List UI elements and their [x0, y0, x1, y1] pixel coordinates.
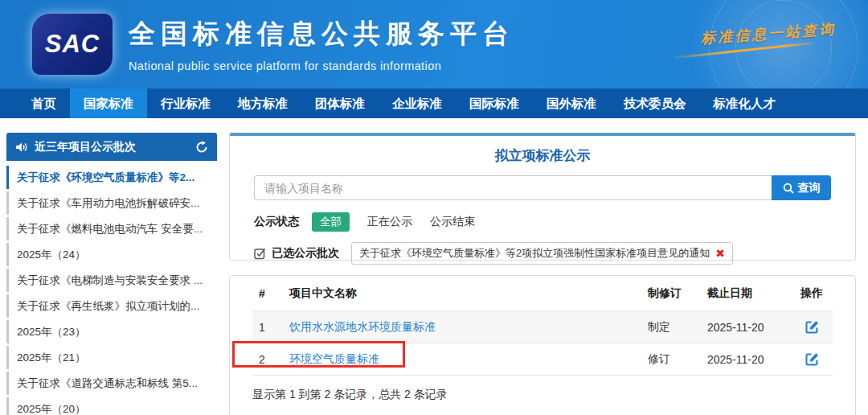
search-group: 查询 — [254, 175, 831, 200]
sidebar-item[interactable]: 关于征求《环境空气质量标准》等2... — [6, 166, 217, 189]
sidebar-item[interactable]: 2025年（23） — [6, 320, 217, 343]
selected-batch-row: 已选公示批次 关于征求《环境空气质量标准》等2项拟立项强制性国家标准项目意见的通… — [254, 242, 831, 265]
selected-batch-label: 已选公示批次 — [272, 246, 339, 261]
edit-icon[interactable] — [805, 319, 820, 335]
sidebar-item[interactable]: 2025年（20） — [6, 397, 217, 415]
nav-item-local-standards[interactable]: 地方标准 — [224, 88, 301, 118]
edit-icon[interactable] — [805, 351, 820, 367]
sidebar-batch-list: 近三年项目公示批次 关于征求《环境空气质量标准》等2... 关于征求《车用动力电… — [6, 133, 217, 415]
column-header-index: # — [252, 276, 283, 311]
results-panel: # 项目中文名称 制修订 截止日期 操作 1 饮用水水源地水环境质量标准 制定 … — [229, 275, 856, 415]
column-header-type: 制修订 — [641, 276, 701, 311]
row-type: 制定 — [641, 311, 701, 343]
table-header-row: # 项目中文名称 制修订 截止日期 操作 — [252, 276, 833, 311]
record-count-summary: 显示第 1 到第 2 条记录，总共 2 条记录 — [252, 376, 833, 414]
row-index: 1 — [252, 311, 283, 343]
sidebar-item[interactable]: 2025年（21） — [6, 346, 217, 369]
sac-logo: SAC — [32, 14, 113, 75]
search-input[interactable] — [254, 175, 772, 200]
header-titles: 全国标准信息公共服务平台 National public service pla… — [129, 16, 514, 72]
row-type: 修订 — [641, 343, 701, 376]
row-deadline: 2025-11-20 — [701, 311, 791, 343]
site-subtitle: National public service platform for sta… — [129, 60, 514, 72]
page: SAC 全国标准信息公共服务平台 National public service… — [0, 0, 868, 415]
search-button-label: 查询 — [798, 181, 821, 195]
site-header: SAC 全国标准信息公共服务平台 National public service… — [0, 0, 868, 88]
sidebar-item[interactable]: 关于征求《道路交通标志和标线 第5... — [6, 372, 217, 395]
refresh-icon[interactable] — [195, 141, 208, 154]
sac-logo-text: SAC — [45, 30, 100, 59]
nav-item-technical-committees[interactable]: 技术委员会 — [610, 88, 700, 118]
status-filter-row: 公示状态 全部 正在公示 公示结束 — [254, 212, 831, 232]
project-name-link[interactable]: 饮用水水源地水环境质量标准 — [289, 320, 436, 333]
sidebar-items: 关于征求《环境空气质量标准》等2... 关于征求《车用动力电池拆解破碎安... … — [6, 161, 217, 415]
column-header-deadline: 截止日期 — [701, 276, 791, 311]
status-option-ongoing[interactable]: 正在公示 — [367, 215, 412, 229]
check-square-icon — [254, 248, 266, 260]
results-table: # 项目中文名称 制修订 截止日期 操作 1 饮用水水源地水环境质量标准 制定 … — [252, 276, 833, 376]
search-icon — [783, 183, 794, 194]
sidebar-item[interactable]: 2025年（24） — [6, 243, 217, 266]
remove-batch-icon[interactable]: ✖ — [715, 248, 725, 259]
column-header-name: 项目中文名称 — [283, 276, 641, 311]
search-panel: 拟立项标准公示 查询 公示状态 全部 正在公示 公示结束 — [229, 133, 856, 261]
main-content: 拟立项标准公示 查询 公示状态 全部 正在公示 公示结束 — [229, 133, 856, 415]
search-button[interactable]: 查询 — [772, 175, 831, 200]
sidebar-title: 近三年项目公示批次 — [35, 140, 136, 154]
row-index: 2 — [252, 343, 283, 376]
page-title: 拟立项标准公示 — [254, 146, 831, 165]
table-row: 2 环境空气质量标准 修订 2025-11-20 — [252, 343, 833, 376]
nav-item-enterprise-standards[interactable]: 企业标准 — [379, 88, 456, 118]
nav-item-group-standards[interactable]: 团体标准 — [301, 88, 379, 118]
speaker-icon — [15, 142, 28, 153]
project-name-link[interactable]: 环境空气质量标准 — [289, 352, 379, 365]
status-option-all[interactable]: 全部 — [312, 212, 350, 232]
nav-item-standardization-talent[interactable]: 标准化人才 — [700, 88, 790, 118]
nav-item-industry-standards[interactable]: 行业标准 — [147, 88, 224, 118]
nav-item-national-standards[interactable]: 国家标准 — [70, 88, 147, 118]
nav-item-foreign-standards[interactable]: 国外标准 — [533, 88, 610, 118]
sidebar-item[interactable]: 关于征求《再生纸浆》拟立项计划的... — [6, 294, 217, 318]
main-nav: 首页 国家标准 行业标准 地方标准 团体标准 企业标准 国际标准 国外标准 技术… — [0, 88, 868, 118]
sidebar-item[interactable]: 关于征求《车用动力电池拆解破碎安... — [6, 191, 217, 215]
selected-batch-chip: 关于征求《环境空气质量标准》等2项拟立项强制性国家标准项目意见的通知 ✖ — [351, 242, 733, 265]
selected-batch-value: 关于征求《环境空气质量标准》等2项拟立项强制性国家标准项目意见的通知 — [359, 246, 710, 261]
site-title: 全国标准信息公共服务平台 — [129, 16, 514, 52]
status-option-ended[interactable]: 公示结束 — [430, 215, 475, 229]
sidebar-item[interactable]: 关于征求《电梯制造与安装安全要求 ... — [6, 269, 217, 292]
nav-item-home[interactable]: 首页 — [18, 88, 70, 118]
sidebar-header: 近三年项目公示批次 — [6, 133, 217, 161]
status-filter-label: 公示状态 — [254, 215, 299, 229]
sidebar-item[interactable]: 关于征求《燃料电池电动汽车 安全要... — [6, 217, 217, 240]
column-header-operation: 操作 — [791, 276, 833, 311]
table-row: 1 饮用水水源地水环境质量标准 制定 2025-11-20 — [252, 311, 833, 343]
nav-item-international-standards[interactable]: 国际标准 — [456, 88, 533, 118]
row-deadline: 2025-11-20 — [701, 343, 791, 376]
